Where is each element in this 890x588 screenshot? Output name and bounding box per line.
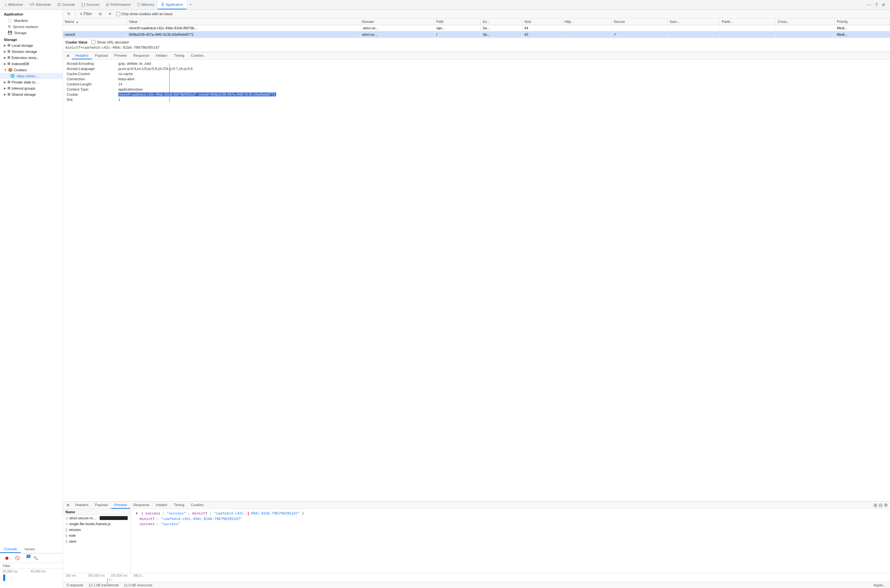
col-samesite[interactable]: Sam... [668,18,720,25]
close-button[interactable]: ✕ [881,2,886,8]
url-decoded-checkbox[interactable] [91,40,95,44]
record-button[interactable]: ⏺ [3,555,11,561]
sidebar-item-cookies[interactable]: ▼ 🍪 Cookies [0,67,63,73]
cell-partition [720,25,776,31]
list-item[interactable]: {} note [63,532,130,538]
search-button[interactable]: 🔍 [31,555,40,561]
network-close-button[interactable]: ✕ [64,53,72,58]
tab-console[interactable]: ⊡ Console [54,0,78,9]
list-item[interactable]: ⊙ single-file-hooks-frames.js [63,521,130,527]
col-name[interactable]: Name ▲ [63,18,127,25]
tab-add[interactable]: + [186,0,195,9]
sidebar-item-indexeddb[interactable]: ▶ ⊞ IndexedDB [0,61,63,67]
col-partition[interactable]: Partit... [720,18,776,25]
sidebar-item-private-state[interactable]: ▶ ⊞ Private state to... [0,79,63,85]
tab-payload[interactable]: Payload [92,52,111,59]
header-row-accept-encoding: Accept-Encoding: gzip, deflate, br, zstd [63,61,890,66]
expand-button[interactable]: ▼ [135,512,139,515]
tab-response-bottom[interactable]: Response [130,502,153,509]
col-value[interactable]: Value [127,18,360,25]
clear-icon: ⊘ [99,12,102,16]
tab-payload-bottom[interactable]: Payload [92,502,111,509]
tab-memory[interactable]: ⬡ Memory [134,0,158,9]
sidebar-item-manifest[interactable]: 📄 Manifest [0,17,63,24]
dock-icon[interactable]: ⊞ [873,502,878,508]
list-item[interactable]: {} save [63,538,130,544]
sidebar-item-cookies-url[interactable]: 🌐 https://strict-... [0,73,63,79]
tab-application[interactable]: ☰ Application [158,0,186,9]
refresh-button[interactable]: ↻ [66,11,72,17]
clear-cookies-button[interactable]: ⊘ [97,11,104,17]
tab-sources[interactable]: { } Sources [78,0,102,9]
sidebar-item-interest-groups[interactable]: ▶ ⊞ Interest groups [0,85,63,91]
cookies-issue-checkbox-label[interactable]: Only show cookies with an issue [116,12,173,16]
timeline-tick-label: |— [109,578,113,581]
tab-elements[interactable]: </> Elements [26,0,54,9]
col-expires[interactable]: Ex... [481,18,522,25]
arrow-icon: ▶ [4,62,6,66]
top-tab-bar: ⌂ Welcome </> Elements ⊡ Console { } Sou… [0,0,890,10]
header-value: 14 [119,82,122,86]
cell-path: / [434,31,480,38]
sidebar-item-local-storage[interactable]: ▶ ⊞ Local storage [0,42,63,48]
list-item[interactable]: {} session [63,527,130,532]
undock-icon[interactable]: ⊟ [878,502,883,508]
tab-welcome[interactable]: ⌂ Welcome [1,0,26,9]
tab-issues[interactable]: Issues [21,546,39,553]
filter-button[interactable]: ≡ Filter [78,11,94,17]
col-domain[interactable]: Domain [360,18,434,25]
clear-button[interactable]: 🚫 [13,555,22,561]
tab-timing-bottom[interactable]: Timing [171,502,188,509]
col-cross[interactable]: Cross... [776,18,835,25]
sidebar-item-storage[interactable]: 💾 Storage [0,30,63,36]
tab-headers-bottom[interactable]: Headers [72,502,92,509]
table-row[interactable]: minictf=caafedcd-c42c-49dc-81b6-f0679b..… [63,25,890,31]
bottom-left-tabs: Console Issues [0,546,63,553]
sidebar-item-shared-storage[interactable]: ▶ ⊞ Shared storage [0,91,63,98]
col-size[interactable]: Size [522,18,562,25]
filter-input[interactable] [12,564,60,568]
tab-console-bottom[interactable]: Console [0,546,21,553]
col-priority[interactable]: Priority [835,18,890,25]
url-decoded-label[interactable]: Show URL-decoded [91,40,128,44]
cookies-issue-checkbox[interactable] [116,12,120,16]
col-http[interactable]: Http... [562,18,612,25]
cookie-value-title: Cookie Value [66,40,87,44]
tab-timing[interactable]: Timing [171,52,188,59]
table-row[interactable]: minictf 094bd199-467a-4f40-9135-b5ef0eb6… [63,31,890,38]
header-name: Content-Type: [67,87,119,91]
settings-icon[interactable]: ⚙ [883,502,889,508]
js-icon: {} [66,528,68,532]
timeline-tick [107,578,108,585]
cell-name: minictf [63,31,127,38]
tab-initiator-bottom[interactable]: Initiator [153,502,171,509]
sidebar-item-session-storage[interactable]: ▶ ⊞ Session storage [0,48,63,54]
name-text: strict-secure-mnxzzxcv [69,516,97,520]
tab-cookies-net[interactable]: Cookies [188,52,207,59]
memory-icon: ⬡ [137,2,140,7]
cookie-url-icon: 🌐 [11,74,15,78]
tab-initiator[interactable]: Initiator [153,52,171,59]
tab-cookies-bottom[interactable]: Cookies [188,502,207,509]
tab-headers[interactable]: Headers [72,52,92,59]
close-cookies-button[interactable]: ✕ [107,11,114,17]
cell-value: 094bd199-467a-4f40-9135-b5ef0eb6f771 [127,31,360,38]
tab-response[interactable]: Response [130,52,153,59]
json-line-2: minictf : "caafedcd-c42c-49dc-81b6-f0679… [135,516,886,522]
col-secure[interactable]: Secure [612,18,668,25]
sidebar-item-service-workers[interactable]: ⚙ Service workers [0,24,63,30]
header-row-accept-language: Accept-Language: ja,en;q=0.9,en-US;q=0.8… [63,66,890,71]
header-row-cookie: Cookie: minictf=caafedcd-c42c-49dc-81b6-… [63,92,890,97]
more-button[interactable]: ⋯ [866,2,872,8]
sidebar-item-extension-storage[interactable]: ▶ ⊞ Extension stora... [0,54,63,61]
bottom-close-button[interactable]: ✕ [64,502,72,508]
tab-performance[interactable]: ◎ Performance [102,0,134,9]
help-button[interactable]: ? [875,2,878,8]
cell-secure [612,25,668,31]
tab-preview[interactable]: Preview [111,52,130,59]
tab-preview-bottom[interactable]: Preview [111,502,130,509]
storage-section-header: Storage [0,36,63,42]
col-path[interactable]: Path [434,18,480,25]
arrow-icon: ▶ [4,93,6,96]
list-item[interactable]: ⊙ strict-secure-mnxzzxcv ■■■■■■■ [63,515,130,521]
